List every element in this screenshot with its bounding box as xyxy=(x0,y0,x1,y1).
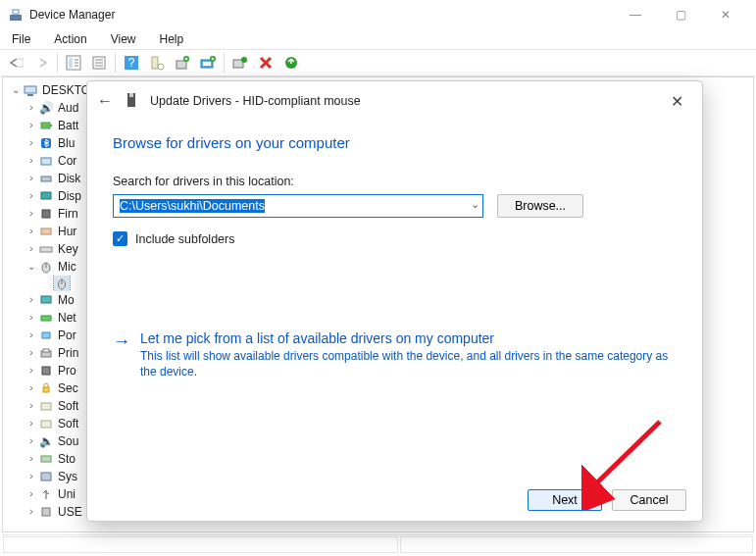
svg-rect-26 xyxy=(25,86,36,93)
close-icon[interactable]: ✕ xyxy=(661,92,692,111)
menu-action[interactable]: Action xyxy=(50,31,90,47)
svg-rect-4 xyxy=(69,58,73,68)
collapse-icon[interactable]: ⌄ xyxy=(9,81,23,99)
scan-hardware-icon[interactable] xyxy=(145,51,169,75)
tree-item-label: Hur xyxy=(58,223,76,240)
svg-rect-35 xyxy=(41,228,51,234)
include-subfolders-label: Include subfolders xyxy=(135,232,234,246)
svg-rect-27 xyxy=(27,94,33,96)
chevron-down-icon[interactable]: ⌄ xyxy=(471,198,479,211)
bluetooth-icon xyxy=(38,135,54,151)
dialog-heading: Browse for drivers on your computer xyxy=(113,134,677,151)
svg-point-24 xyxy=(241,57,247,63)
svg-rect-46 xyxy=(42,367,50,375)
tree-item-label: Sec xyxy=(58,379,78,397)
firmware-icon xyxy=(38,206,54,222)
device-manager-icon xyxy=(8,7,24,23)
svg-rect-41 xyxy=(41,296,51,303)
back-icon[interactable] xyxy=(4,51,27,75)
software-icon xyxy=(38,416,54,431)
tree-item-label: Pro xyxy=(58,362,76,379)
uninstall-device-icon[interactable] xyxy=(228,51,252,75)
svg-rect-32 xyxy=(41,177,51,181)
svg-rect-29 xyxy=(50,125,52,126)
svg-rect-48 xyxy=(41,403,51,410)
browse-button[interactable]: Browse... xyxy=(497,194,583,218)
add-legacy-icon[interactable] xyxy=(171,51,194,75)
pick-from-list-option[interactable]: → Let me pick from a list of available d… xyxy=(113,330,677,379)
maximize-button[interactable]: ▢ xyxy=(658,0,703,29)
dialog-title: Update Drivers - HID-compliant mouse xyxy=(150,94,361,108)
battery-icon xyxy=(38,118,54,133)
titlebar: Device Manager — ▢ ✕ xyxy=(0,0,756,29)
computer-small-icon xyxy=(38,153,54,169)
svg-rect-47 xyxy=(43,387,49,392)
display-icon xyxy=(38,188,54,204)
disable-device-icon[interactable] xyxy=(254,51,277,75)
window-close-button[interactable]: ✕ xyxy=(703,0,748,29)
svg-rect-31 xyxy=(41,158,51,165)
tree-item-label: Soft xyxy=(58,397,78,415)
svg-text:?: ? xyxy=(128,56,135,70)
tree-item-label: Mo xyxy=(58,291,75,309)
enable-device-icon[interactable] xyxy=(279,51,303,75)
option-description: This list will show available drivers co… xyxy=(140,348,677,379)
menubar: File Action View Help xyxy=(0,29,756,49)
monitor-icon xyxy=(38,292,54,308)
tree-item-label: Disp xyxy=(58,187,81,205)
minimize-button[interactable]: — xyxy=(613,0,658,29)
storage-icon xyxy=(38,451,54,467)
tree-item-label: Mic xyxy=(58,258,76,276)
tree-item-label: Disk xyxy=(58,170,80,187)
path-combobox[interactable]: ⌄ xyxy=(113,194,483,218)
svg-point-15 xyxy=(158,64,164,70)
menu-file[interactable]: File xyxy=(8,31,34,47)
printer-icon xyxy=(38,345,54,361)
svg-rect-2 xyxy=(14,11,18,13)
audio-icon: 🔊 xyxy=(38,100,54,116)
path-input[interactable] xyxy=(113,194,483,218)
svg-rect-36 xyxy=(40,247,52,252)
tree-item-label: Cor xyxy=(58,152,76,170)
collapse-icon[interactable]: ⌄ xyxy=(25,258,38,276)
forward-icon[interactable] xyxy=(29,51,53,75)
include-subfolders-checkbox[interactable]: ✓ xyxy=(113,231,127,246)
driver-stick-icon xyxy=(125,91,142,112)
back-icon[interactable]: ← xyxy=(97,92,117,110)
tree-item-label: Net xyxy=(58,309,76,327)
tree-item-label: Key xyxy=(58,240,78,258)
option-title: Let me pick from a list of available dri… xyxy=(140,330,677,346)
help-icon[interactable]: ? xyxy=(120,51,143,75)
tree-item-label: Sou xyxy=(58,432,78,450)
network-icon xyxy=(38,310,54,326)
software-icon xyxy=(38,398,54,414)
properties-icon[interactable] xyxy=(87,51,111,75)
svg-rect-50 xyxy=(41,456,51,462)
show-hide-tree-icon[interactable] xyxy=(62,51,85,75)
arrow-right-icon: → xyxy=(113,330,130,379)
disk-icon xyxy=(38,171,54,186)
tree-root-label: DESKTO xyxy=(42,81,90,99)
computer-icon xyxy=(23,82,38,98)
menu-view[interactable]: View xyxy=(107,31,140,47)
svg-rect-28 xyxy=(41,123,50,128)
menu-help[interactable]: Help xyxy=(156,31,188,47)
statusbar xyxy=(2,534,754,554)
svg-rect-51 xyxy=(41,473,51,480)
security-icon xyxy=(38,380,54,396)
search-location-label: Search for drivers in this location: xyxy=(113,175,677,188)
svg-rect-16 xyxy=(176,61,186,69)
system-icon xyxy=(38,469,54,484)
tree-item-label: Por xyxy=(58,327,76,344)
update-driver-icon[interactable] xyxy=(196,51,220,75)
svg-rect-33 xyxy=(41,192,51,199)
usb-icon xyxy=(38,486,54,502)
tree-item-label: USE xyxy=(58,503,82,521)
cancel-button[interactable]: Cancel xyxy=(612,489,686,511)
window-title: Device Manager xyxy=(29,8,613,22)
tree-item-label: Prin xyxy=(58,344,78,362)
svg-rect-14 xyxy=(152,57,158,69)
cpu-icon xyxy=(38,363,54,379)
next-button[interactable]: Next xyxy=(528,489,602,511)
mouse-icon xyxy=(54,276,70,291)
